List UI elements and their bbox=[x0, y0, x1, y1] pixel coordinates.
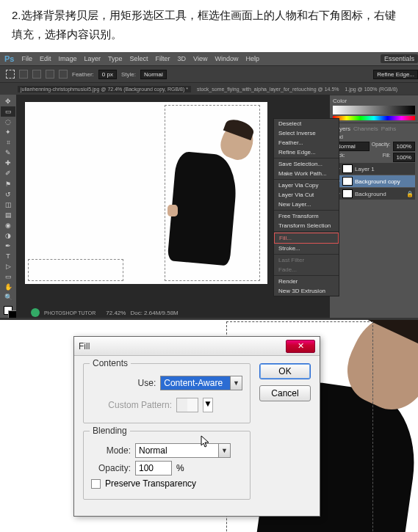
ctx-layer-via-cut[interactable]: Layer Via Cut bbox=[274, 190, 339, 200]
menu-type[interactable]: Type bbox=[108, 55, 123, 62]
opt-new-selection-icon[interactable] bbox=[19, 70, 28, 79]
doc-tab-2[interactable]: stock_some_flying_with_alpha_layer_for_r… bbox=[197, 87, 339, 92]
close-icon: ✕ bbox=[298, 341, 304, 351]
ctx-select-inverse[interactable]: Select Inverse bbox=[274, 128, 339, 138]
opt-feather-label: Feather: bbox=[72, 71, 94, 78]
ctx-save-selection[interactable]: Save Selection... bbox=[274, 159, 339, 169]
menu-select[interactable]: Select bbox=[130, 55, 148, 62]
layers-fill-value[interactable]: 100% bbox=[393, 153, 415, 162]
document-tabs: julianhenning-christophmusiol5.jpg @ 72.… bbox=[0, 83, 418, 95]
dodge-tool-icon[interactable]: ◑ bbox=[1, 230, 15, 241]
eraser-tool-icon[interactable]: ◫ bbox=[1, 200, 15, 210]
chevron-down-icon: ▼ bbox=[218, 444, 230, 457]
opacity-label: Opacity: bbox=[91, 463, 131, 473]
layer-thumb bbox=[342, 177, 353, 186]
mode-label: Mode: bbox=[91, 445, 131, 456]
layer-row-1[interactable]: 👁 Layer 1 bbox=[333, 163, 415, 175]
opacity-input[interactable] bbox=[135, 461, 172, 475]
opt-add-selection-icon[interactable] bbox=[32, 70, 41, 79]
brush-tool-icon[interactable]: ✐ bbox=[1, 168, 15, 178]
ctx-layer-via-copy[interactable]: Layer Via Copy bbox=[274, 181, 339, 190]
heal-tool-icon[interactable]: ✚ bbox=[1, 158, 15, 168]
color-swatch-icon[interactable] bbox=[1, 302, 15, 318]
doc-tab-3[interactable]: 1.jpg @ 100% (RGB/8) bbox=[345, 87, 398, 92]
move-tool-icon[interactable]: ✥ bbox=[1, 96, 15, 106]
opt-sub-selection-icon[interactable] bbox=[46, 70, 54, 79]
channels-tab[interactable]: Channels bbox=[353, 125, 378, 132]
menu-help[interactable]: Help bbox=[245, 55, 259, 62]
ctx-new-3d-extrusion[interactable]: New 3D Extrusion bbox=[274, 286, 339, 296]
opt-style-value[interactable]: Normal bbox=[140, 70, 167, 79]
hand-tool-icon[interactable]: ✋ bbox=[1, 282, 15, 292]
opt-refine-edge[interactable]: Refine Edge... bbox=[373, 70, 418, 79]
layers-opacity-label: Opacity: bbox=[372, 142, 391, 151]
gradient-tool-icon[interactable]: ▤ bbox=[1, 210, 15, 220]
ctx-transform-selection[interactable]: Transform Selection bbox=[274, 221, 339, 230]
lasso-tool-icon[interactable]: ◌ bbox=[1, 117, 15, 127]
menu-window[interactable]: Window bbox=[215, 55, 238, 62]
wand-tool-icon[interactable]: ✦ bbox=[1, 127, 15, 137]
options-bar: Feather: 0 px Style: Normal Refine Edge.… bbox=[0, 65, 418, 83]
layer-thumb bbox=[342, 164, 353, 173]
hue-bar[interactable] bbox=[333, 116, 415, 120]
layers-opacity-value[interactable]: 100% bbox=[393, 142, 415, 151]
gray-ramp[interactable] bbox=[333, 106, 415, 114]
use-combo[interactable]: Content-Aware ▼ bbox=[160, 376, 242, 390]
ctx-fade: Fade... bbox=[274, 265, 339, 274]
layer-row-3[interactable]: 👁 Background 🔒 bbox=[333, 188, 415, 200]
mode-combo[interactable]: Normal ▼ bbox=[135, 443, 231, 458]
status-docinfo: Doc: 2.64M/9.58M bbox=[130, 310, 178, 316]
crop-tool-icon[interactable]: ⌗ bbox=[1, 137, 15, 147]
history-brush-tool-icon[interactable]: ↺ bbox=[1, 189, 15, 200]
menu-view[interactable]: View bbox=[193, 55, 207, 62]
workspace-selector[interactable]: Essentials bbox=[381, 54, 418, 63]
menu-layer[interactable]: Layer bbox=[84, 55, 101, 62]
status-bar: PHOTOSHOP TUTOR 72.42% Doc: 2.64M/9.58M bbox=[31, 307, 179, 318]
status-zoom[interactable]: 72.42% bbox=[106, 310, 126, 316]
fill-dialog: Fill ✕ OK Cancel Contents Use: Content-A… bbox=[73, 336, 320, 517]
ctx-make-work-path[interactable]: Make Work Path... bbox=[274, 169, 339, 178]
mode-value: Normal bbox=[139, 445, 167, 456]
contents-group: Contents Use: Content-Aware ▼ Custom Pat… bbox=[83, 363, 251, 423]
cancel-button[interactable]: Cancel bbox=[259, 385, 311, 401]
ctx-render[interactable]: Render bbox=[274, 277, 339, 286]
fill-dialog-titlebar[interactable]: Fill ✕ bbox=[74, 337, 320, 356]
path-tool-icon[interactable]: ▷ bbox=[1, 261, 15, 272]
menu-filter[interactable]: Filter bbox=[156, 55, 170, 62]
ctx-refine-edge[interactable]: Refine Edge... bbox=[274, 147, 339, 157]
stamp-tool-icon[interactable]: ⚑ bbox=[1, 179, 15, 189]
menu-image[interactable]: Image bbox=[59, 55, 77, 62]
close-button[interactable]: ✕ bbox=[286, 340, 315, 353]
opt-intersect-selection-icon[interactable] bbox=[59, 70, 68, 79]
ctx-free-transform[interactable]: Free Transform bbox=[274, 211, 339, 221]
ok-button[interactable]: OK bbox=[259, 363, 311, 379]
menu-3d[interactable]: 3D bbox=[178, 55, 187, 62]
shape-tool-icon[interactable]: ▭ bbox=[1, 272, 15, 282]
ctx-fill[interactable]: Fill... bbox=[274, 233, 339, 244]
pen-tool-icon[interactable]: ✒ bbox=[1, 241, 15, 251]
pattern-chevron-icon: ▼ bbox=[203, 398, 213, 412]
menu-file[interactable]: File bbox=[21, 55, 32, 62]
paths-tab[interactable]: Paths bbox=[381, 125, 396, 132]
eyedropper-tool-icon[interactable]: ✎ bbox=[1, 147, 15, 158]
layer-name: Layer 1 bbox=[355, 166, 375, 172]
ctx-stroke[interactable]: Stroke... bbox=[274, 244, 339, 253]
canvas-area: Deselect Select Inverse Feather... Refin… bbox=[16, 95, 330, 318]
opt-feather-value[interactable]: 0 px bbox=[98, 70, 117, 79]
fill-dialog-title: Fill bbox=[79, 341, 286, 351]
preserve-transparency-checkbox[interactable] bbox=[91, 479, 101, 489]
layers-panel: Layers Channels Paths Kind Normal Opacit… bbox=[330, 123, 418, 203]
ctx-feather[interactable]: Feather... bbox=[274, 138, 339, 147]
ctx-deselect[interactable]: Deselect bbox=[274, 119, 339, 128]
menu-edit[interactable]: Edit bbox=[40, 55, 51, 62]
blur-tool-icon[interactable]: ◉ bbox=[1, 220, 15, 230]
layer-row-2[interactable]: 👁 Background copy bbox=[333, 175, 415, 187]
doc-tab-1[interactable]: julianhenning-christophmusiol5.jpg @ 72.… bbox=[18, 86, 191, 92]
color-panel-title: Color bbox=[333, 98, 415, 104]
type-tool-icon[interactable]: T bbox=[1, 251, 15, 261]
ctx-new-layer[interactable]: New Layer... bbox=[274, 200, 339, 209]
canvas[interactable] bbox=[25, 102, 267, 284]
fill-dialog-screenshot: Fill ✕ OK Cancel Contents Use: Content-A… bbox=[0, 318, 418, 532]
zoom-tool-icon[interactable]: 🔍 bbox=[1, 292, 15, 302]
marquee-tool-icon[interactable]: ▭ bbox=[1, 106, 15, 117]
